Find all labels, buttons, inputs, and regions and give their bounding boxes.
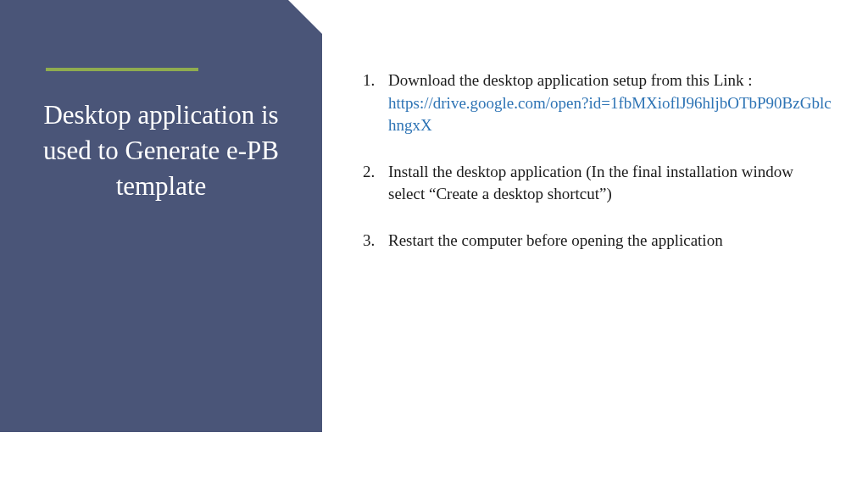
list-item: Download the desktop application setup f… bbox=[363, 69, 833, 137]
instruction-list: Download the desktop application setup f… bbox=[363, 69, 833, 252]
accent-line bbox=[46, 68, 198, 71]
content-area: Download the desktop application setup f… bbox=[363, 69, 833, 276]
list-item-text: Install the desktop application (In the … bbox=[388, 163, 793, 203]
slide-title: Desktop application is used to Generate … bbox=[25, 97, 297, 204]
list-item: Install the desktop application (In the … bbox=[363, 161, 833, 206]
download-link[interactable]: https://drive.google.com/open?id=1fbMXio… bbox=[388, 94, 832, 135]
corner-notch bbox=[288, 0, 322, 34]
list-item-text: Restart the computer before opening the … bbox=[388, 231, 723, 249]
left-panel: Desktop application is used to Generate … bbox=[0, 0, 322, 432]
list-item-text: Download the desktop application setup f… bbox=[388, 71, 753, 89]
list-item: Restart the computer before opening the … bbox=[363, 230, 833, 252]
